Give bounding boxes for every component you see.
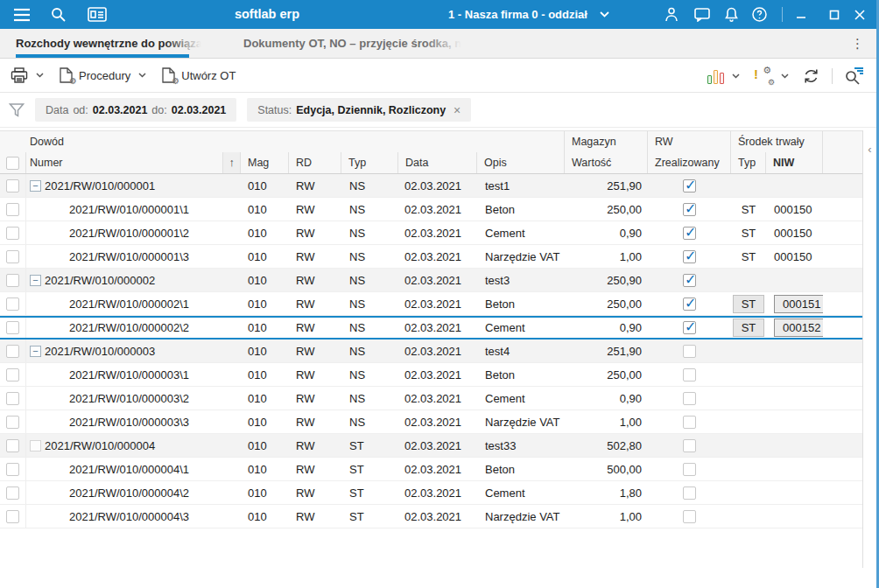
tab-dokumenty-ot-no[interactable]: Dokumenty OT, NO – przyjęcie środka, n <box>243 29 461 58</box>
minimize-button[interactable] <box>790 0 812 29</box>
table-row[interactable]: 2021/RW/010/000003\2010RWNS02.03.2021Cem… <box>0 387 862 410</box>
st-typ-value[interactable]: ST <box>733 318 765 337</box>
help-icon[interactable] <box>746 0 772 29</box>
procedury-button[interactable]: ⚙ Procedury <box>58 64 148 87</box>
column-header-niw[interactable]: NIW <box>766 152 823 173</box>
row-select-checkbox[interactable] <box>6 416 19 429</box>
row-expander-icon[interactable]: − <box>30 346 41 357</box>
zrealizowany-checkbox[interactable] <box>683 321 696 334</box>
row-select-checkbox[interactable] <box>6 227 19 240</box>
row-select-checkbox[interactable] <box>6 250 19 263</box>
row-select-checkbox[interactable] <box>6 179 19 192</box>
table-row[interactable]: 2021/RW/010/000004010RWST02.03.2021test3… <box>0 434 862 458</box>
row-select-checkbox[interactable] <box>6 203 19 216</box>
cell-wartosc: 251,90 <box>565 174 648 197</box>
niw-value[interactable]: 000151 <box>774 295 823 313</box>
row-select-checkbox[interactable] <box>6 510 19 523</box>
zrealizowany-checkbox[interactable] <box>683 250 696 263</box>
zrealizowany-checkbox[interactable] <box>683 227 696 240</box>
cell-opis: Narzędzie VAT <box>477 245 565 268</box>
utworz-ot-button[interactable]: ⚙ Utwórz OT <box>160 64 237 87</box>
st-typ-value[interactable]: ST <box>733 295 765 313</box>
column-header-st-typ[interactable]: Typ <box>731 152 766 173</box>
zrealizowany-checkbox[interactable] <box>683 392 696 405</box>
table-row[interactable]: 2021/RW/010/000002\1010RWNS02.03.2021Bet… <box>0 292 862 316</box>
table-row[interactable]: 2021/RW/010/000004\2010RWST02.03.2021Cem… <box>0 481 862 505</box>
table-row[interactable]: −2021/RW/010/000003010RWNS02.03.2021test… <box>0 340 862 363</box>
column-header-mag[interactable]: Mag <box>241 152 289 173</box>
zrealizowany-checkbox[interactable] <box>683 345 696 358</box>
company-selector[interactable]: 1 - Nasza firma 0 - oddział <box>448 0 609 29</box>
close-button[interactable] <box>847 0 872 29</box>
column-header-typ[interactable]: Typ <box>341 152 398 173</box>
row-select-checkbox-cell <box>0 481 26 504</box>
tab-overflow-menu-icon[interactable]: ⋮ <box>847 29 868 58</box>
status-filter-chip[interactable]: Status: Edycja, Dziennik, Rozliczony × <box>247 98 471 122</box>
column-header-opis[interactable]: Opis <box>477 152 565 173</box>
zrealizowany-checkbox[interactable] <box>683 486 696 500</box>
refresh-button[interactable] <box>801 65 821 88</box>
row-select-checkbox[interactable] <box>6 439 19 452</box>
row-select-checkbox-cell <box>0 318 26 338</box>
row-expander-icon[interactable]: − <box>30 275 41 286</box>
table-row[interactable]: 2021/RW/010/000001\2010RWNS02.03.2021Cem… <box>0 221 862 245</box>
table-row[interactable]: −2021/RW/010/000001010RWNS02.03.2021test… <box>0 174 862 198</box>
search-icon[interactable] <box>42 0 74 29</box>
row-select-checkbox[interactable] <box>6 298 19 311</box>
sort-ascending-icon[interactable]: ↑ <box>223 152 241 173</box>
table-row[interactable]: 2021/RW/010/000001\3010RWNS02.03.2021Nar… <box>0 245 862 269</box>
row-select-checkbox[interactable] <box>6 368 19 382</box>
table-row[interactable]: 2021/RW/010/000004\1010RWST02.03.2021Bet… <box>0 458 862 481</box>
zrealizowany-checkbox[interactable] <box>683 179 696 192</box>
row-select-checkbox[interactable] <box>6 321 19 334</box>
zrealizowany-checkbox[interactable] <box>683 274 696 287</box>
table-row[interactable]: 2021/RW/010/000002\2010RWNS02.03.2021Cem… <box>0 316 862 340</box>
select-all-checkbox[interactable] <box>6 157 19 170</box>
column-header-rd[interactable]: RD <box>289 152 341 173</box>
tab-rozchody-wewnetrzne[interactable]: Rozchody wewnętrzne do powiązania z <box>16 29 201 58</box>
cell-zrealizowany <box>648 269 731 291</box>
maximize-button[interactable] <box>823 0 846 29</box>
funnel-filter-icon[interactable] <box>9 102 25 118</box>
zrealizowany-checkbox[interactable] <box>683 510 696 523</box>
table-row[interactable]: −2021/RW/010/000002010RWNS02.03.2021test… <box>0 269 862 292</box>
column-header-row: Numer ↑ Mag RD Typ Data Opis Wartość Zre… <box>0 152 862 174</box>
numer-value: 2021/RW/010/000003\1 <box>30 368 189 382</box>
remove-status-filter-icon[interactable]: × <box>454 103 461 117</box>
numer-value: 2021/RW/010/000002 <box>45 274 155 287</box>
column-header-zrealizowany[interactable]: Zrealizowany <box>648 152 731 173</box>
row-expander-icon[interactable] <box>30 440 41 452</box>
row-select-checkbox[interactable] <box>6 463 19 476</box>
zrealizowany-checkbox[interactable] <box>683 463 696 476</box>
card-file-icon[interactable] <box>81 0 114 29</box>
table-row[interactable]: 2021/RW/010/000001\1010RWNS02.03.2021Bet… <box>0 198 862 221</box>
hamburger-menu-icon[interactable] <box>5 0 39 29</box>
cell-numer: 2021/RW/010/000004\2 <box>26 481 241 504</box>
date-filter-chip[interactable]: Data od: 02.03.2021 do: 02.03.2021 <box>35 98 236 122</box>
user-icon[interactable] <box>658 0 685 29</box>
row-select-checkbox[interactable] <box>6 392 19 405</box>
table-row[interactable]: 2021/RW/010/000003\1010RWNS02.03.2021Bet… <box>0 363 862 387</box>
row-select-checkbox[interactable] <box>6 486 19 500</box>
table-row[interactable]: 2021/RW/010/000004\3010RWST02.03.2021Nar… <box>0 505 862 528</box>
print-button[interactable] <box>9 64 46 88</box>
collapse-side-panel[interactable]: ‹ <box>862 130 876 568</box>
zrealizowany-checkbox[interactable] <box>683 416 696 429</box>
search-in-list-button[interactable] <box>843 64 864 88</box>
row-expander-icon[interactable]: − <box>30 180 41 192</box>
actions-warning-button[interactable]: !⚙⚙ <box>752 64 791 88</box>
row-select-checkbox[interactable] <box>6 345 19 358</box>
row-select-checkbox[interactable] <box>6 274 19 287</box>
column-header-data[interactable]: Data <box>398 152 477 173</box>
zrealizowany-checkbox[interactable] <box>683 439 696 452</box>
notifications-bell-icon[interactable] <box>718 0 744 29</box>
table-row[interactable]: 2021/RW/010/000003\3010RWNS02.03.2021Nar… <box>0 410 862 434</box>
zrealizowany-checkbox[interactable] <box>683 368 696 382</box>
messages-icon[interactable] <box>689 0 715 29</box>
zrealizowany-checkbox[interactable] <box>683 203 696 216</box>
chart-view-button[interactable] <box>706 65 742 88</box>
niw-value[interactable]: 000152 <box>774 318 823 337</box>
zrealizowany-checkbox[interactable] <box>683 298 696 311</box>
column-header-numer[interactable]: Numer <box>26 152 223 173</box>
column-header-wartosc[interactable]: Wartość <box>565 152 648 173</box>
